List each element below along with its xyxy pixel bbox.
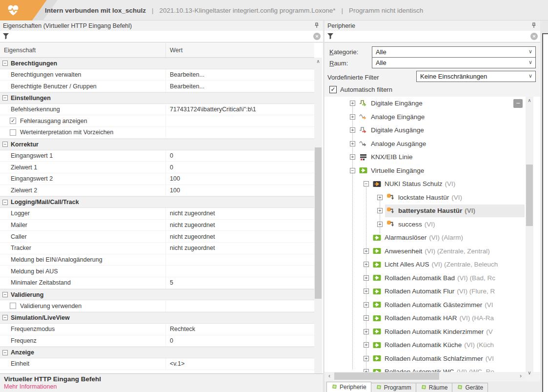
property-value[interactable]: 0 xyxy=(166,152,314,159)
tree-expand-box-icon[interactable]: + xyxy=(364,262,369,267)
tree-expand-box-icon[interactable]: + xyxy=(364,302,369,308)
property-section-row[interactable]: −Simulation/LiveView xyxy=(0,312,314,324)
tab-ger-te[interactable]: Geräte xyxy=(452,383,488,392)
column-header-eigenschaft[interactable]: Eigenschaft xyxy=(0,43,166,57)
vordefinierte-filter-dropdown[interactable]: Keine Einschränkungen ∨ xyxy=(416,71,536,82)
tree-expand-box-icon[interactable]: + xyxy=(364,329,369,334)
property-row[interactable]: Zielwert 10 xyxy=(0,162,314,173)
scrollbar-thumb[interactable] xyxy=(315,147,322,299)
clear-filter-icon[interactable]: × xyxy=(313,33,321,40)
tree-expand-box-icon[interactable]: + xyxy=(377,208,383,213)
kategorie-dropdown[interactable]: Alle ∨ xyxy=(372,46,536,58)
property-section-row[interactable]: −Logging/Mail/Call/Track xyxy=(0,196,314,208)
property-value[interactable]: 100 xyxy=(166,175,314,182)
property-value[interactable]: Rechteck xyxy=(166,326,314,332)
tree-item[interactable]: +batterystate Haustür(VI) xyxy=(325,204,540,218)
tree-item[interactable]: +Rolladen Automatik HAR(VI) (HA-Ra xyxy=(325,311,540,325)
periphery-scrollbar[interactable]: ∧ ∨ xyxy=(526,97,533,377)
tree-expand-box-icon[interactable]: + xyxy=(350,101,355,106)
tree-item[interactable]: +Analoge Eingänge xyxy=(325,110,540,124)
property-row[interactable]: Eingangswert 2100 xyxy=(0,173,314,185)
tree-expand-box-icon[interactable]: + xyxy=(364,356,369,361)
tree-item[interactable]: +Rolladen Automatik Gästezimmer(VI xyxy=(325,298,540,312)
tree-item[interactable]: +Rolladen Automatik Schlafzimmer(VI xyxy=(325,352,540,366)
tree-item[interactable]: +success(VI) xyxy=(325,218,540,231)
tree-item[interactable]: +Rolladen Automatik Küche(VI) (Küch xyxy=(325,338,540,352)
tree-item[interactable]: +Analoge Ausgänge xyxy=(325,137,540,151)
collapse-box-icon[interactable]: − xyxy=(2,292,8,297)
tree-item[interactable]: +Licht Alles AUS(VI) (Zentrale, Beleuch xyxy=(325,258,540,271)
tab-peripherie[interactable]: Peripherie xyxy=(326,382,371,392)
property-row[interactable]: Eingangswert 10 xyxy=(0,150,314,162)
tree-expand-box-icon[interactable]: + xyxy=(364,369,369,372)
tree-item[interactable]: Alarmauslöser(VI) (Alarm) xyxy=(325,231,540,245)
property-row[interactable]: Validierung verwenden xyxy=(0,300,314,312)
property-value[interactable]: nicht zugeordnet xyxy=(166,233,314,240)
property-row[interactable]: Befehlserkennung717431724\ibatteryCritic… xyxy=(0,104,314,116)
collapse-box-icon[interactable]: − xyxy=(2,350,8,355)
property-value[interactable]: 100 xyxy=(166,187,314,194)
tree-item[interactable]: +lockstate Haustür(VI) xyxy=(325,191,540,205)
tree-item[interactable]: −Virtuelle Eingänge xyxy=(325,164,540,178)
property-section-row[interactable]: −Validierung xyxy=(0,289,314,301)
scroll-down-icon[interactable]: ∨ xyxy=(526,369,533,377)
property-section-row[interactable]: −Korrektur xyxy=(0,139,314,150)
collapse-all-button[interactable]: − xyxy=(513,99,523,108)
scroll-right-icon[interactable]: › xyxy=(517,372,525,380)
property-section-row[interactable]: −Berechtigungen xyxy=(0,58,314,69)
scroll-left-icon[interactable]: ‹ xyxy=(325,372,333,380)
property-value[interactable]: 717431724\ibatteryCritical\i":b\1 xyxy=(166,106,314,113)
tree-expand-box-icon[interactable]: + xyxy=(364,289,369,294)
property-value[interactable]: nicht zugeordnet xyxy=(166,210,314,217)
property-row[interactable]: Zielwert 2100 xyxy=(0,185,314,197)
column-header-wert[interactable]: Wert xyxy=(166,47,183,54)
property-row[interactable]: Trackernicht zugeordnet xyxy=(0,243,314,254)
tree-expand-box-icon[interactable]: + xyxy=(350,127,355,133)
tree-expand-box-icon[interactable]: + xyxy=(350,141,355,146)
automatisch-filtern-checkbox[interactable]: ✓ xyxy=(329,86,337,93)
property-row[interactable]: Berechtigte Benutzer / GruppenBearbeiten… xyxy=(0,81,314,92)
collapse-box-icon[interactable]: − xyxy=(2,315,8,320)
tree-expand-box-icon[interactable]: − xyxy=(350,168,355,173)
collapse-box-icon[interactable]: − xyxy=(2,61,8,66)
pin-icon[interactable] xyxy=(530,22,537,29)
property-row[interactable]: FrequenzmodusRechteck xyxy=(0,324,314,335)
tree-expand-box-icon[interactable]: + xyxy=(350,114,355,120)
property-row[interactable]: Meldung bei EIN/Analogänderung xyxy=(0,254,314,266)
property-checkbox[interactable]: ✓ xyxy=(10,118,16,124)
property-row[interactable]: Meldung bei AUS xyxy=(0,266,314,277)
tree-item[interactable]: −NUKI Status Schulz(VI) xyxy=(325,177,540,191)
tree-expand-box-icon[interactable]: − xyxy=(364,181,369,186)
property-value[interactable]: Bearbeiten... xyxy=(166,71,314,78)
property-row[interactable]: Loggernicht zugeordnet xyxy=(0,208,314,220)
properties-scrollbar[interactable]: ∧ ∨ xyxy=(314,58,322,391)
tree-expand-box-icon[interactable]: + xyxy=(364,275,369,281)
collapse-box-icon[interactable]: − xyxy=(2,95,8,101)
tree-expand-box-icon[interactable]: + xyxy=(350,154,355,160)
property-section-row[interactable]: −Einstellungen xyxy=(0,92,314,104)
tree-expand-box-icon[interactable]: + xyxy=(377,195,383,200)
property-value[interactable]: 5 xyxy=(166,279,314,286)
tab-r-ume[interactable]: Räume xyxy=(416,383,453,392)
property-row[interactable]: Frequenz0 xyxy=(0,335,314,347)
periphery-hscrollbar[interactable]: ‹ › xyxy=(325,372,526,380)
scroll-up-icon[interactable]: ∧ xyxy=(526,97,533,104)
tree-expand-box-icon[interactable]: + xyxy=(377,222,383,227)
collapse-box-icon[interactable]: − xyxy=(2,200,8,205)
tree-expand-box-icon[interactable]: + xyxy=(364,315,369,321)
property-value[interactable]: nicht zugeordnet xyxy=(166,222,314,228)
tree-expand-box-icon[interactable]: + xyxy=(364,248,369,254)
tree-item[interactable]: +Digitale Ausgänge xyxy=(325,124,540,137)
property-row[interactable]: Mailernicht zugeordnet xyxy=(0,220,314,231)
property-row[interactable]: Werteinterpretation mit Vorzeichen xyxy=(0,127,314,139)
property-checkbox[interactable] xyxy=(10,303,16,309)
property-row[interactable]: Callernicht zugeordnet xyxy=(0,231,314,243)
property-row[interactable]: ✓Fehlerausgang anzeigen xyxy=(0,115,314,127)
tab-programm[interactable]: Programm xyxy=(371,383,416,392)
properties-filter-input[interactable] xyxy=(12,32,310,41)
property-value[interactable]: Bearbeiten... xyxy=(166,83,314,90)
tree-item[interactable]: +Rolladen Automatik Flur(VI) (Flure, R xyxy=(325,285,540,298)
tree-expand-box-icon[interactable]: + xyxy=(364,342,369,348)
property-value[interactable]: <v.1> xyxy=(166,360,314,367)
tree-item[interactable]: +Rolladen Automatik WC(VI) (WC, Ro xyxy=(325,365,540,372)
